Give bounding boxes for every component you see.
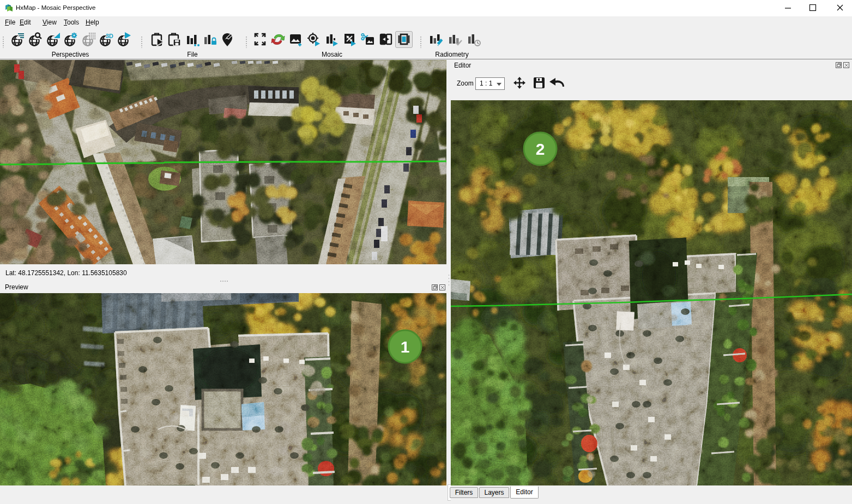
svg-text:2: 2 (536, 140, 545, 158)
svg-text:3D: 3D (106, 33, 113, 39)
svg-text:1: 1 (401, 338, 410, 356)
